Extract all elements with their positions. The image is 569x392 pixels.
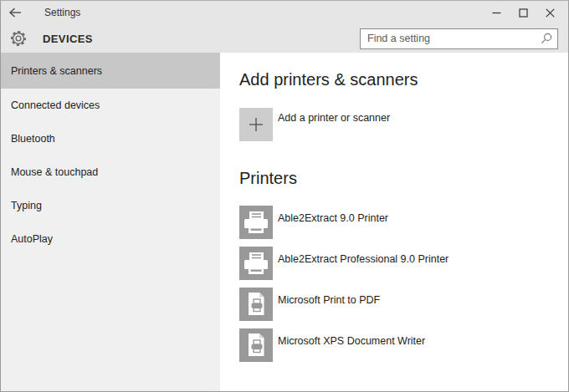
printer-row-xps-writer[interactable]: Microsoft XPS Document Writer	[239, 328, 568, 362]
printer-name: Able2Extract 9.0 Printer	[278, 212, 388, 224]
maximize-button[interactable]	[510, 1, 536, 24]
add-printers-heading: Add printers & scanners	[239, 70, 568, 89]
printer-name: Able2Extract Professional 9.0 Printer	[278, 253, 449, 265]
main-content: Add printers & scanners Add a printer or…	[220, 53, 568, 391]
sidebar-item-typing[interactable]: Typing	[1, 189, 220, 222]
plus-icon	[239, 108, 273, 141]
sidebar-item-label: Typing	[11, 200, 42, 211]
search-input[interactable]	[361, 33, 536, 44]
back-button[interactable]	[1, 1, 29, 24]
sidebar-item-autoplay[interactable]: AutoPlay	[1, 222, 220, 256]
printer-row-able2extract[interactable]: Able2Extract 9.0 Printer	[239, 206, 568, 239]
document-printer-icon	[239, 328, 273, 362]
add-printer-label: Add a printer or scanner	[278, 112, 390, 124]
body-row: Printers & scanners Connected devices Bl…	[1, 53, 568, 391]
sidebar-item-label: Connected devices	[11, 99, 100, 111]
settings-window: Settings	[0, 0, 569, 392]
sidebar-item-mouse-touchpad[interactable]: Mouse & touchpad	[1, 155, 220, 189]
close-icon	[546, 8, 555, 18]
search-icon[interactable]	[536, 29, 557, 48]
back-arrow-icon	[8, 7, 22, 18]
printer-icon	[239, 206, 273, 239]
document-printer-icon	[239, 288, 273, 321]
sidebar-item-printers-scanners[interactable]: Printers & scanners	[1, 53, 220, 89]
sidebar-item-label: AutoPlay	[11, 233, 53, 245]
sidebar-item-connected-devices[interactable]: Connected devices	[1, 89, 220, 122]
sidebar: Printers & scanners Connected devices Bl…	[1, 53, 220, 391]
close-button[interactable]	[536, 1, 563, 24]
printer-row-able2extract-professional[interactable]: Able2Extract Professional 9.0 Printer	[239, 247, 568, 280]
printer-name: Microsoft XPS Document Writer	[278, 335, 425, 347]
window-title: Settings	[44, 7, 80, 18]
titlebar: Settings	[1, 1, 568, 24]
page-title: DEVICES	[43, 33, 93, 45]
sidebar-item-bluetooth[interactable]: Bluetooth	[1, 122, 220, 155]
maximize-icon	[519, 8, 528, 18]
sidebar-item-label: Bluetooth	[11, 133, 55, 145]
sidebar-item-label: Mouse & touchpad	[11, 166, 98, 178]
page-header: DEVICES	[1, 24, 568, 53]
search-box	[360, 28, 558, 49]
printer-name: Microsoft Print to PDF	[278, 294, 380, 306]
sidebar-item-label: Printers & scanners	[11, 65, 102, 77]
printers-heading: Printers	[239, 169, 568, 188]
printer-icon	[239, 247, 273, 280]
printer-row-print-to-pdf[interactable]: Microsoft Print to PDF	[239, 288, 568, 321]
add-printer-button[interactable]: Add a printer or scanner	[239, 108, 568, 141]
printer-list: Able2Extract 9.0 Printer Able2Ext	[239, 206, 568, 362]
settings-gear-icon	[9, 29, 28, 48]
minimize-button[interactable]	[483, 1, 510, 24]
minimize-icon	[492, 8, 501, 18]
